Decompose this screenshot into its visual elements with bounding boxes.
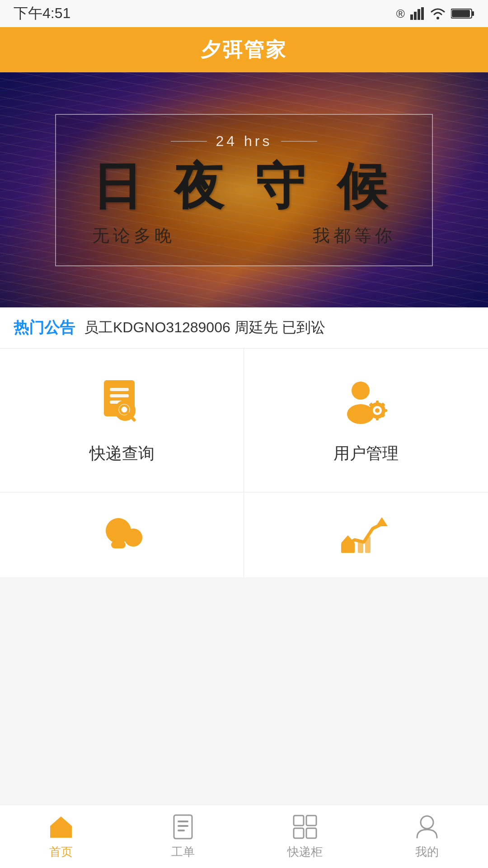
svg-rect-35 [358,541,363,553]
svg-rect-42 [178,830,185,831]
cabinet-tab-icon [291,813,319,840]
menu-item-4[interactable] [244,492,488,577]
announcement-text: 员工KDGNO31289006 周廷先 已到讼 [84,318,325,338]
status-bar: 下午4:51 ® [0,0,488,27]
banner-sub-text: 无论多晚 我都等你 [92,224,396,247]
svg-rect-38 [57,830,65,838]
wifi-icon [430,7,446,20]
svg-rect-1 [414,12,417,20]
svg-rect-22 [376,417,379,420]
svg-point-30 [124,528,142,547]
user-management-label: 用户管理 [333,443,399,465]
svg-rect-3 [421,7,424,20]
menu-item-user-management[interactable]: 用户管理 [244,349,488,492]
item3-icon [95,515,149,556]
svg-rect-6 [472,11,474,16]
tab-home-label: 首页 [49,844,73,860]
svg-rect-44 [306,816,316,826]
svg-rect-31 [111,541,126,548]
home-tab-icon [47,813,75,840]
svg-rect-0 [410,14,413,20]
svg-rect-43 [294,816,304,826]
svg-point-16 [352,382,370,400]
svg-rect-23 [367,409,371,412]
svg-point-20 [375,408,380,413]
svg-rect-21 [376,401,379,404]
svg-rect-40 [178,821,188,822]
svg-point-4 [436,17,439,19]
tab-cabinet-label: 快递柜 [287,844,323,860]
svg-rect-46 [306,828,316,838]
svg-rect-2 [418,9,420,20]
user-management-icon [339,376,393,430]
svg-marker-34 [341,535,355,543]
banner-sub-right: 我都等你 [313,224,396,247]
tab-bar: 首页 工单 快递柜 [0,805,488,868]
svg-rect-45 [294,828,304,838]
signal-icon [410,7,425,20]
mine-tab-icon [413,813,441,840]
tab-home[interactable]: 首页 [0,813,122,860]
menu-item-express-query[interactable]: 快递查询 [0,349,244,492]
tab-mine-label: 我的 [415,844,439,860]
banner-sub-left: 无论多晚 [92,224,175,247]
svg-point-47 [421,816,433,829]
menu-grid: 快递查询 用户管理 [0,348,488,577]
menu-item-3[interactable] [0,492,244,577]
item4-icon [339,515,393,556]
express-query-label: 快递查询 [89,443,155,465]
status-icons: ® [396,7,474,21]
tab-workorder[interactable]: 工单 [122,813,244,860]
registered-icon: ® [396,7,405,21]
express-query-icon [95,376,149,430]
battery-icon [451,8,474,19]
status-time: 下午4:51 [14,4,70,24]
banner-main-text: 日 夜 守 候 [92,159,396,213]
tab-workorder-label: 工单 [171,844,195,860]
svg-rect-33 [341,543,355,553]
announcement-label: 热门公告 [14,317,75,338]
banner: 24 hrs 日 夜 守 候 无论多晚 我都等你 [0,72,488,307]
svg-marker-32 [376,517,388,526]
svg-rect-36 [365,537,371,553]
svg-rect-9 [110,388,129,391]
tab-cabinet[interactable]: 快递柜 [244,813,366,860]
announcement-bar: 热门公告 员工KDGNO31289006 周廷先 已到讼 [0,307,488,348]
svg-rect-24 [384,409,387,412]
svg-rect-7 [452,10,470,17]
banner-content: 24 hrs 日 夜 守 候 无论多晚 我都等你 [55,114,433,266]
workorder-tab-icon [169,813,197,840]
app-header: 夕弭管家 [0,27,488,72]
svg-rect-10 [110,394,129,397]
tab-mine[interactable]: 我的 [366,813,488,860]
svg-rect-41 [178,825,188,827]
app-title: 夕弭管家 [201,37,287,63]
banner-hrs: 24 hrs [92,133,396,150]
